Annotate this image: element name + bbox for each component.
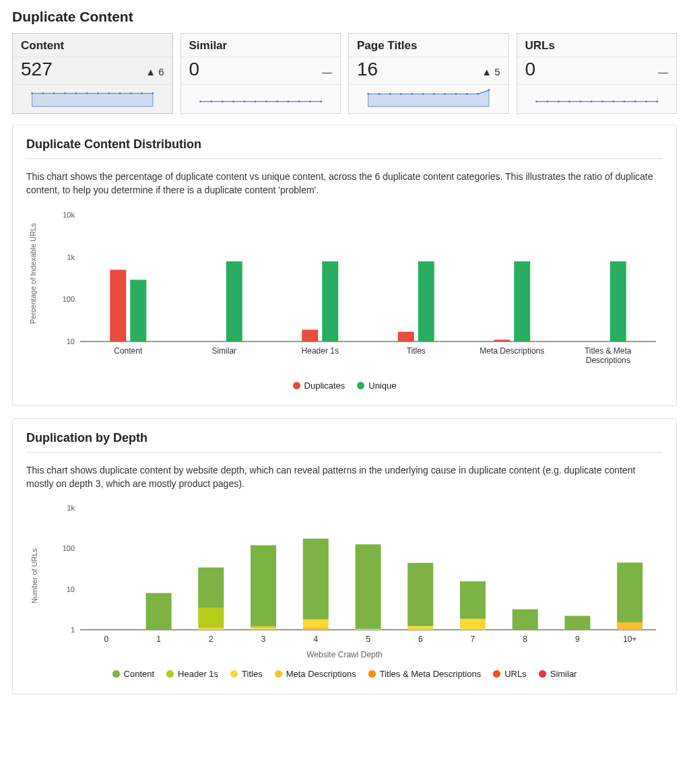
svg-rect-102	[564, 616, 590, 630]
metric-value: 0	[525, 59, 536, 80]
distribution-chart: Percentage of Indexable URLs 101001k10kC…	[26, 209, 663, 391]
svg-rect-76	[146, 593, 172, 630]
svg-rect-94	[407, 626, 433, 630]
panel-title: Duplication by Depth	[26, 431, 663, 445]
svg-point-47	[656, 100, 658, 102]
svg-rect-87	[303, 627, 329, 630]
sparkline	[20, 89, 166, 108]
svg-point-26	[389, 93, 391, 95]
metric-value: 16	[357, 59, 378, 80]
svg-rect-85	[251, 546, 276, 626]
sparkline-wrap	[349, 85, 508, 113]
metric-delta: —	[658, 66, 668, 80]
svg-point-3	[64, 92, 66, 94]
svg-point-7	[108, 92, 110, 94]
metric-label: Content	[13, 34, 172, 57]
svg-text:Meta Descriptions: Meta Descriptions	[480, 346, 544, 356]
svg-point-37	[546, 100, 548, 102]
svg-text:0: 0	[104, 634, 109, 644]
legend-dot	[112, 670, 120, 678]
svg-rect-91	[356, 629, 381, 630]
svg-text:Header 1s: Header 1s	[302, 346, 339, 356]
legend-item[interactable]: Header 1s	[166, 669, 218, 679]
svg-text:7: 7	[471, 634, 475, 644]
legend-label: Duplicates	[304, 381, 346, 391]
legend-dot	[166, 670, 174, 678]
svg-point-27	[400, 93, 402, 95]
svg-rect-105	[617, 562, 643, 622]
legend-item[interactable]: URLs	[493, 669, 527, 679]
sparkline-wrap	[13, 85, 172, 113]
svg-point-11	[152, 92, 154, 94]
svg-rect-83	[251, 628, 276, 629]
svg-point-45	[634, 100, 636, 102]
svg-text:1: 1	[71, 626, 75, 634]
svg-point-12	[199, 100, 201, 102]
metric-card-page-titles[interactable]: Page Titles16▲ 5	[348, 33, 509, 114]
legend-item-duplicates[interactable]: Duplicates	[293, 381, 346, 391]
svg-point-29	[422, 93, 424, 95]
legend-label: Meta Descriptions	[286, 669, 356, 679]
svg-rect-53	[110, 269, 126, 341]
svg-point-32	[455, 93, 457, 95]
svg-point-33	[466, 93, 468, 95]
metric-card-urls[interactable]: URLs0—	[517, 33, 678, 114]
svg-point-39	[568, 100, 570, 102]
metric-card-content[interactable]: Content527▲ 6	[12, 33, 173, 114]
svg-point-10	[141, 92, 143, 94]
svg-point-15	[232, 100, 234, 102]
legend-item[interactable]: Titles	[230, 669, 263, 679]
svg-point-16	[243, 100, 245, 102]
legend-item[interactable]: Similar	[539, 669, 577, 679]
legend-dot	[293, 382, 300, 389]
legend-dot	[493, 670, 500, 678]
svg-rect-88	[303, 620, 329, 628]
sparkline-wrap	[181, 85, 341, 113]
metric-card-similar[interactable]: Similar0—	[181, 33, 341, 114]
svg-text:6: 6	[418, 634, 423, 644]
legend-item-unique[interactable]: Unique	[357, 381, 396, 391]
svg-point-2	[53, 92, 55, 94]
y-axis-label: Number of URLs	[30, 548, 38, 603]
svg-text:10: 10	[67, 337, 75, 346]
legend-label: Titles & Meta Descriptions	[380, 669, 482, 679]
panel-title: Duplicate Content Distribution	[26, 137, 663, 152]
svg-rect-89	[303, 539, 329, 620]
svg-text:100: 100	[63, 295, 75, 303]
chart-legend: ContentHeader 1sTitlesMeta DescriptionsT…	[26, 669, 663, 679]
legend-label: Titles	[242, 669, 263, 679]
svg-rect-67	[610, 261, 626, 341]
legend-label: Content	[124, 669, 155, 679]
svg-point-1	[42, 92, 44, 94]
metric-value: 527	[21, 59, 53, 80]
svg-point-24	[367, 93, 369, 95]
legend-item[interactable]: Titles & Meta Descriptions	[368, 669, 482, 679]
legend-item[interactable]: Content	[112, 669, 155, 679]
metric-value-row: 16▲ 5	[349, 57, 508, 85]
svg-point-25	[378, 93, 380, 95]
svg-text:Titles & Meta: Titles & Meta	[585, 346, 632, 356]
svg-text:2: 2	[209, 634, 214, 644]
sparkline-wrap	[517, 85, 677, 113]
svg-rect-95	[407, 563, 433, 626]
metric-delta: ▲ 6	[145, 66, 164, 80]
legend-dot	[357, 382, 364, 389]
svg-text:10+: 10+	[623, 634, 636, 644]
metric-delta: —	[322, 66, 332, 80]
svg-rect-100	[513, 610, 538, 630]
svg-point-36	[535, 100, 537, 102]
svg-rect-104	[617, 622, 643, 630]
divider	[26, 452, 663, 453]
legend-label: Similar	[550, 669, 577, 679]
legend-item[interactable]: Meta Descriptions	[275, 669, 356, 679]
svg-point-46	[645, 100, 647, 102]
depth-chart: Number of URLs 1101001k012345678910+ Web…	[26, 502, 663, 679]
y-axis-label: Percentage of Indexable URLs	[29, 223, 37, 324]
svg-text:8: 8	[523, 634, 527, 644]
svg-point-17	[254, 100, 256, 102]
svg-point-30	[433, 93, 435, 95]
metric-label: Page Titles	[349, 34, 508, 57]
svg-point-28	[411, 93, 413, 95]
svg-point-5	[86, 92, 88, 94]
legend-dot	[230, 670, 238, 678]
